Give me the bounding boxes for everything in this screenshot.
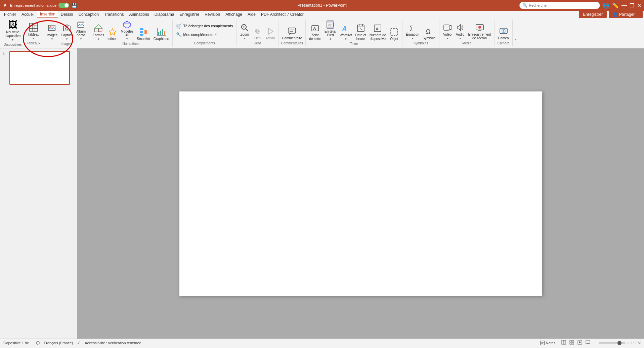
titlebar-right: 🔍 🌐 ✏️ — ❐ ✕ <box>482 2 641 9</box>
svg-rect-75 <box>564 340 566 344</box>
svg-rect-67 <box>478 30 481 31</box>
menu-fichier[interactable]: Fichier <box>1 11 19 18</box>
notes-button[interactable]: Notes <box>538 340 558 346</box>
svg-rect-60 <box>391 29 397 35</box>
menu-enregistrer[interactable]: Enregistrer <box>177 11 202 18</box>
enregistrement-ecran-icon <box>475 23 484 32</box>
capture-button[interactable]: Capture ▼ <box>59 23 74 41</box>
svg-marker-18 <box>109 29 116 35</box>
group-symboles-label: Symboles <box>413 41 428 45</box>
zoom-button[interactable]: Zoom ▼ <box>239 23 251 41</box>
menu-accueil[interactable]: Accueil <box>19 11 37 18</box>
images-icon <box>48 24 56 33</box>
en-tete-pied-button[interactable]: En-tête/Pied ▼ <box>323 20 338 41</box>
menu-revision[interactable]: Révision <box>202 11 223 18</box>
slide-sorter-button[interactable] <box>568 339 575 346</box>
zoom-level[interactable]: 111 % <box>631 341 641 345</box>
symbole-icon: Ω <box>425 27 433 36</box>
menu-animations[interactable]: Animations <box>126 11 152 18</box>
smartart-button[interactable]: SmartArt <box>135 27 151 41</box>
svg-rect-63 <box>444 25 449 30</box>
normal-view-button[interactable] <box>560 339 567 346</box>
slide-number-1: 1 <box>3 51 7 55</box>
reading-view-button[interactable] <box>576 339 584 346</box>
menu-affichage[interactable]: Affichage <box>223 11 245 18</box>
slideshow-button[interactable] <box>584 339 592 346</box>
slide-canvas[interactable] <box>179 91 542 296</box>
svg-rect-22 <box>140 31 143 33</box>
svg-point-70 <box>503 30 504 32</box>
app-logo: P <box>3 3 8 8</box>
wordart-icon: A <box>341 24 350 33</box>
ribbon-expand-button[interactable]: ⌄ <box>514 36 517 41</box>
svg-rect-76 <box>570 340 571 342</box>
mes-complements-button[interactable]: 🔧 Mes compléments ▼ <box>175 31 234 38</box>
modeles3d-button[interactable]: Modèles3D ▼ <box>119 20 135 41</box>
album-photo-icon <box>77 20 85 29</box>
action-button[interactable]: Action <box>264 26 276 41</box>
date-heure-icon <box>356 24 365 33</box>
cameo-button[interactable]: Cameo <box>497 26 510 41</box>
svg-rect-2 <box>30 23 38 31</box>
svg-rect-15 <box>95 28 98 32</box>
group-images-label: Images <box>60 42 72 46</box>
zoom-in-button[interactable]: + <box>627 340 630 346</box>
svg-text:#: # <box>376 26 379 31</box>
zone-texte-button[interactable]: A Zonede texte <box>308 23 323 41</box>
commentaire-button[interactable]: Commentaire <box>281 26 303 41</box>
minimize-btn[interactable]: — <box>621 2 627 8</box>
menu-dessin[interactable]: Dessin <box>58 11 76 18</box>
telecharger-complements-button[interactable]: 🛒 Télécharger des compléments <box>175 22 234 30</box>
lien-button[interactable]: Lien <box>251 26 263 41</box>
images-button[interactable]: Images ▼ <box>45 23 59 41</box>
canvas-area <box>77 48 644 339</box>
wordart-button[interactable]: A WordArt ▼ <box>338 23 353 41</box>
svg-text:A: A <box>342 25 347 32</box>
svg-rect-31 <box>164 31 165 35</box>
search-input[interactable] <box>529 3 597 7</box>
autosave-toggle[interactable] <box>58 3 69 8</box>
slide-thumbnail-1[interactable] <box>9 51 70 85</box>
tableau-button[interactable]: Tableau ▼ <box>26 22 41 41</box>
nouvelle-diapositive-button[interactable]: 🖼 Nouvellediapositive ▼ <box>3 20 22 42</box>
ribbon-group-complements: 🛒 Télécharger des compléments 🔧 Mes comp… <box>173 20 237 46</box>
save-icon[interactable]: 💾 <box>71 3 77 8</box>
enregistrer-button[interactable]: Enregistrer <box>579 11 607 18</box>
cameo-icon <box>499 27 508 36</box>
audio-button[interactable]: Audio ▼ <box>454 23 466 41</box>
enregistrement-ecran-button[interactable]: Enregistrementde l'écran <box>467 23 492 41</box>
menu-aide[interactable]: Aide <box>245 11 258 18</box>
menu-pdf[interactable]: PDF Architect 7 Creator <box>258 11 306 18</box>
restore-btn[interactable]: ❐ <box>630 2 634 9</box>
svg-text:P: P <box>4 3 6 7</box>
objet-button[interactable]: Objet <box>388 27 400 41</box>
album-photo-button[interactable]: Albumphoto ▼ <box>75 20 87 41</box>
ribbon-group-liens: Zoom ▼ Lien Action <box>237 20 278 46</box>
formes-button[interactable]: Formes ▼ <box>91 23 105 41</box>
svg-point-66 <box>478 26 481 29</box>
search-bar[interactable]: 🔍 <box>519 2 600 9</box>
menu-conception[interactable]: Conception <box>76 11 101 18</box>
partager-button[interactable]: 👤 Partager ▼ <box>609 11 643 18</box>
menu-diaporama[interactable]: Diaporama <box>152 11 177 18</box>
symbole-button[interactable]: Ω Symbole <box>421 26 437 41</box>
menubar: Fichier Accueil Insertion Dessin Concept… <box>0 11 644 18</box>
numero-diapositive-icon: # <box>373 24 382 33</box>
date-heure-button[interactable]: Date etheure <box>354 23 368 41</box>
icones-button[interactable]: Icônes <box>106 27 119 41</box>
zoom-slider[interactable] <box>599 342 626 344</box>
close-btn[interactable]: ✕ <box>637 2 641 9</box>
audio-icon <box>456 23 465 32</box>
slide-thumb-wrapper-1: 1 <box>3 51 74 85</box>
video-button[interactable]: Vidéo ▼ <box>441 23 454 41</box>
svg-line-25 <box>143 29 144 31</box>
svg-marker-17 <box>95 25 102 28</box>
equation-button[interactable]: ∑ Équation ▼ <box>404 23 420 41</box>
menu-insertion[interactable]: Insertion <box>37 11 58 18</box>
menu-transitions[interactable]: Transitions <box>101 11 126 18</box>
zoom-slider-thumb <box>617 341 621 345</box>
numero-diapositive-button[interactable]: # Numéro dediapositive <box>368 23 387 41</box>
graphique-button[interactable]: Graphique <box>152 27 171 41</box>
zoom-out-button[interactable]: − <box>594 340 597 346</box>
group-complements-label: Compléments <box>194 41 215 45</box>
